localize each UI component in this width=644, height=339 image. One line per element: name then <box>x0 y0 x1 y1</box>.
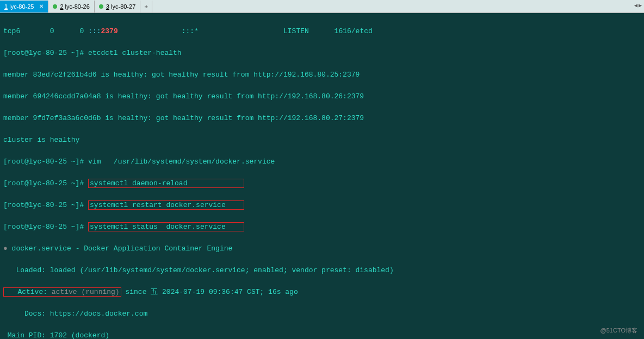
status-dot-icon <box>53 4 57 9</box>
new-tab-button[interactable]: + <box>140 1 152 12</box>
tab-label: 2 lyc-80-26 <box>60 3 89 10</box>
status-dot-icon <box>99 4 103 9</box>
prompt-etcd: [root@lyc-80-25 ~]# etcdctl cluster-heal… <box>3 48 641 59</box>
tab-label: 1 lyc-80-25 <box>4 3 34 10</box>
svc-loaded: Loaded: loaded (/usr/lib/systemd/system/… <box>3 265 641 276</box>
svc-docs: Docs: https://docs.docker.com <box>3 309 641 319</box>
prompt-vim: [root@lyc-80-25 ~]# vim /usr/lib/systemd… <box>3 156 641 167</box>
tab-label: 3 lyc-80-27 <box>106 3 135 10</box>
member-1: member 83ed7c2f261b4d6 is healthy: got h… <box>3 70 641 80</box>
net-line: tcp6 0 0 :::2379 :::* LISTEN 1616/etcd <box>3 26 641 37</box>
tab-lyc-80-27[interactable]: 3 lyc-80-27 <box>95 1 140 12</box>
tab-bar: 1 lyc-80-25✕2 lyc-80-263 lyc-80-27 + ◀▶ <box>0 0 644 13</box>
tab-lyc-80-26[interactable]: 2 lyc-80-26 <box>48 1 94 12</box>
tab-lyc-80-25[interactable]: 1 lyc-80-25✕ <box>0 1 48 12</box>
member-3: member 9fd7ef3a3a6c0d6b is healthy: got … <box>3 113 641 124</box>
terminal[interactable]: tcp6 0 0 :::2379 :::* LISTEN 1616/etcd [… <box>0 13 644 339</box>
watermark: @51CTO博客 <box>600 325 637 336</box>
svc-pid: Main PID: 1702 (dockerd) <box>3 330 641 339</box>
member-2: member 694246ccdd7a04a8 is healthy: got … <box>3 91 641 102</box>
prompt-status: [root@lyc-80-25 ~]# systemctl status doc… <box>3 222 641 233</box>
prompt-restart: [root@lyc-80-25 ~]# systemctl restart do… <box>3 200 641 211</box>
prompt-daemon: [root@lyc-80-25 ~]# systemctl daemon-rel… <box>3 178 641 189</box>
svc-head: ● docker.service - Docker Application Co… <box>3 243 641 254</box>
cluster-healthy: cluster is healthy <box>3 135 641 146</box>
close-icon[interactable]: ✕ <box>39 3 44 9</box>
svc-active: Active: active (running) since 五 2024-07… <box>3 287 641 298</box>
tab-scroll[interactable]: ◀▶ <box>634 2 642 9</box>
